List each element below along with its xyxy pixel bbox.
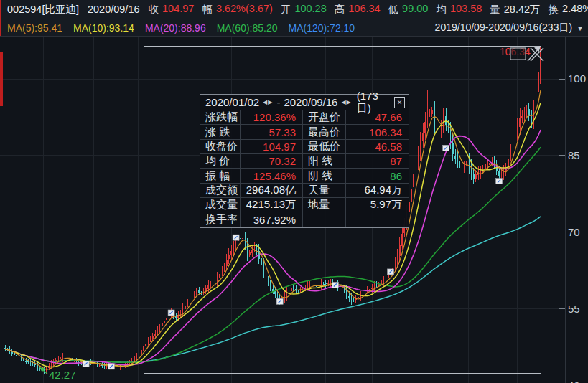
svg-text:42.27: 42.27 bbox=[49, 369, 76, 381]
popup-stat-label: 涨跌幅 bbox=[200, 110, 241, 125]
range-dropdown-icon[interactable]: ▼ bbox=[577, 24, 584, 32]
quote-field-label: 均 bbox=[436, 3, 447, 16]
quote-date: 2020/09/16 bbox=[88, 4, 140, 15]
quote-field-value: 3.62%(3.67) bbox=[216, 3, 273, 16]
popup-stat-value: 64.94万 bbox=[346, 184, 409, 198]
quote-field: 换2.48% bbox=[549, 3, 588, 16]
y-tick-label: 55 bbox=[568, 303, 580, 315]
ma-legend-item: MA(5):95.41 bbox=[7, 22, 62, 34]
popup-stat-label: 成交量 bbox=[200, 198, 241, 212]
popup-stat-value: 104.97 bbox=[241, 140, 303, 154]
quote-field-label: 换 bbox=[549, 3, 559, 16]
popup-date-separator: - bbox=[276, 96, 280, 108]
ma-legend-item: MA(10):93.14 bbox=[73, 22, 134, 34]
popup-stat-label: 开盘价 bbox=[303, 110, 346, 125]
popup-stats-grid: 涨跌幅120.36%开盘价47.66涨 跌57.33最高价106.34收盘价10… bbox=[200, 110, 409, 227]
popup-close-button[interactable]: ✕ bbox=[394, 97, 405, 108]
popup-stat-label: 收盘价 bbox=[200, 140, 241, 154]
y-tick-label: 70 bbox=[568, 226, 580, 238]
stock-title: 002594[比亚迪] bbox=[7, 3, 79, 16]
popup-stat-value: 367.92% bbox=[241, 212, 303, 227]
popup-stat-label: 振 幅 bbox=[200, 169, 241, 183]
quote-field-value: 104.97 bbox=[162, 3, 194, 16]
popup-stat-value: 87 bbox=[346, 154, 409, 169]
popup-stat-label: 阳 线 bbox=[303, 154, 346, 169]
popup-stat-value: 4215.13万 bbox=[241, 198, 303, 212]
quote-field-value: 103.58 bbox=[450, 3, 482, 16]
popup-stat-value: 86 bbox=[346, 169, 409, 183]
popup-stat-value: 57.33 bbox=[241, 125, 303, 139]
y-tick-label: 85 bbox=[568, 149, 580, 161]
quote-field-label: 低 bbox=[388, 3, 399, 16]
popup-stat-value: 2964.08亿 bbox=[241, 184, 303, 198]
visible-range-label[interactable]: 2019/10/09-2020/09/16(233日) bbox=[435, 22, 572, 34]
popup-stat-label: 最高价 bbox=[303, 125, 346, 139]
popup-stat-label: 换手率 bbox=[200, 212, 241, 227]
quote-field-label: 高 bbox=[335, 3, 345, 16]
ma-legend-item: MA(60):85.20 bbox=[217, 22, 278, 34]
quote-field-value: 100.28 bbox=[294, 3, 326, 16]
popup-stat-label: 天量 bbox=[303, 184, 346, 198]
quote-field: 收104.97 bbox=[149, 3, 195, 16]
quote-field-label: 幅 bbox=[202, 3, 213, 16]
y-axis: 10085705540 bbox=[559, 36, 586, 383]
popup-end-date: 2020/09/16 bbox=[284, 96, 337, 108]
visible-range-control[interactable]: 2019/10/09-2020/09/16(233日) ▼ bbox=[435, 22, 584, 34]
quote-field-label: 量 bbox=[490, 3, 500, 16]
ma-legend-item: MA(20):88.96 bbox=[145, 22, 206, 34]
quote-fields: 收104.97幅3.62%(3.67)开100.28高106.34低99.00均… bbox=[149, 3, 588, 16]
quote-field: 量28.42万 bbox=[490, 3, 540, 16]
quote-header: 002594[比亚迪] 2020/09/16 收104.97幅3.62%(3.6… bbox=[0, 0, 588, 37]
popup-stat-value: 5.97万 bbox=[346, 198, 409, 212]
quote-field: 高106.34 bbox=[335, 3, 381, 16]
popup-title: 2020/01/02 ◀▶ - 2020/09/16 ◀▶ (173日) ✕ bbox=[200, 95, 409, 110]
quote-field: 幅3.62%(3.67) bbox=[202, 3, 273, 16]
popup-start-stepper-icons[interactable]: ◀▶ bbox=[263, 99, 273, 105]
quote-field-label: 开 bbox=[281, 3, 291, 16]
quote-field: 开100.28 bbox=[281, 3, 327, 16]
close-icon: ✕ bbox=[397, 99, 403, 106]
y-tick-label: 40 bbox=[568, 379, 580, 383]
quote-field-value: 28.42万 bbox=[504, 3, 541, 16]
popup-stat-value: 125.46% bbox=[241, 169, 303, 183]
quote-field-label: 收 bbox=[149, 3, 159, 16]
popup-stat-label bbox=[303, 212, 346, 227]
popup-stat-value: 46.58 bbox=[346, 140, 409, 154]
popup-stat-label: 涨 跌 bbox=[200, 125, 241, 139]
left-edge-marker bbox=[0, 52, 3, 106]
quote-field-value: 99.00 bbox=[402, 3, 428, 16]
quote-field-value: 106.34 bbox=[348, 3, 380, 16]
quote-row-1: 002594[比亚迪] 2020/09/16 收104.97幅3.62%(3.6… bbox=[0, 0, 588, 19]
range-stats-popup: 2020/01/02 ◀▶ - 2020/09/16 ◀▶ (173日) ✕ 涨… bbox=[200, 94, 409, 228]
y-tick-label: 100 bbox=[568, 72, 586, 85]
popup-stat-label: 地量 bbox=[303, 198, 346, 212]
popup-stat-value: 70.32 bbox=[241, 154, 303, 169]
quote-field-value: 2.48% bbox=[562, 3, 588, 16]
popup-stat-label: 均 价 bbox=[200, 154, 241, 169]
ma-legend: MA(5):95.41MA(10):93.14MA(20):88.96MA(60… bbox=[7, 22, 355, 34]
popup-stat-value: 106.34 bbox=[346, 125, 409, 139]
selection-zoom-icon[interactable] bbox=[510, 48, 526, 60]
quote-field: 低99.00 bbox=[388, 3, 429, 16]
popup-start-date: 2020/01/02 bbox=[205, 96, 259, 108]
popup-end-stepper-icons[interactable]: ◀▶ bbox=[341, 99, 351, 105]
popup-stat-label: 成交额 bbox=[200, 184, 241, 198]
popup-stat-value bbox=[346, 212, 409, 227]
popup-stat-value: 47.66 bbox=[346, 110, 409, 125]
quote-row-2: MA(5):95.41MA(10):93.14MA(20):88.96MA(60… bbox=[0, 19, 588, 37]
popup-stat-value: 120.36% bbox=[241, 110, 303, 125]
popup-stat-label: 阴 线 bbox=[303, 169, 346, 183]
quote-field: 均103.58 bbox=[436, 3, 482, 16]
popup-stat-label: 最低价 bbox=[303, 140, 346, 154]
ma-legend-item: MA(120):72.10 bbox=[289, 22, 355, 34]
